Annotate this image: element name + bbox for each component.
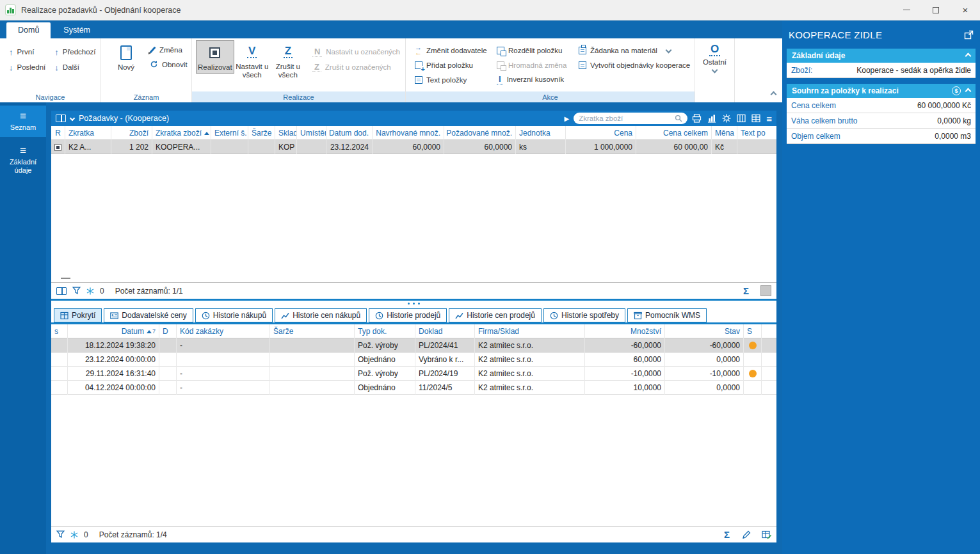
edit-icon[interactable] [742,530,751,539]
refresh-button[interactable]: Obnovit [146,58,191,70]
material-request-button[interactable]: Žádanka na materiál [575,45,703,56]
column-header-zkratka-zbozi[interactable]: Zkratka zboží [152,126,211,140]
table-row[interactable]: K2 A... 1 202 KOOPERA... KOP 23.12.2024 … [51,140,776,154]
search-input[interactable] [579,115,671,122]
column-header-firma[interactable]: Firma/Sklad [475,324,585,338]
collapse-ribbon-button[interactable] [771,90,776,99]
realize-button[interactable]: Realizovat [196,40,234,74]
minimize-button[interactable] [892,0,921,20]
column-header-typ-dok[interactable]: Typ dok. [355,324,415,338]
table-row[interactable]: 29.11.2024 16:31:40 - Pož. výroby PL/202… [51,367,776,381]
status-dot [749,342,757,349]
column-header-zkratka[interactable]: Zkratka [65,126,111,140]
popout-icon[interactable] [964,30,974,40]
search-box[interactable] [574,113,687,124]
sum-icon[interactable]: Σ [724,530,730,539]
tab-historie-cen-nakupu[interactable]: Historie cen nákupů [275,308,367,322]
create-coop-orders-button[interactable]: Vytvořit objednávky kooperace [575,59,703,71]
tab-system[interactable]: Systém [52,22,102,38]
chevron-down-icon [712,67,718,73]
filter-icon[interactable] [56,530,65,539]
filter-arrow-icon[interactable]: ▶ [565,115,570,122]
coin-icon[interactable]: $ [952,86,961,95]
gear-icon[interactable] [722,114,731,123]
table-icon[interactable] [751,114,760,123]
realize-checkbox[interactable] [54,144,61,151]
set-all-button[interactable]: V Nastavit u všech [234,40,270,81]
splitter-handle[interactable] [61,278,70,279]
table-row[interactable]: 18.12.2024 19:38:20 - Pož. výroby PL/202… [51,338,776,352]
add-item-button[interactable]: Přidat položku [411,59,493,71]
column-header-sarze[interactable]: Šarže [270,324,355,338]
column-header-datum[interactable]: Datum7 [68,324,159,338]
table-row[interactable]: 04.12.2024 00:00:00 - Objednáno 11/2024/… [51,381,776,395]
column-header-externi[interactable]: Externí š. [211,126,248,140]
last-button[interactable]: ↓Poslední [5,59,49,75]
column-header-doklad[interactable]: Doklad [415,324,475,338]
maximize-button[interactable] [921,0,951,20]
first-button[interactable]: ↑První [5,44,49,59]
chevron-up-icon[interactable] [965,88,972,94]
column-header-text-pol[interactable]: Text po [737,126,776,140]
edit-table-icon[interactable] [762,530,771,539]
sum-icon[interactable]: Σ [743,286,749,296]
book-icon[interactable] [56,115,66,122]
column-header-s[interactable]: s [51,324,68,338]
panel-splitter[interactable] [51,299,776,306]
column-header-r[interactable]: R [51,126,65,140]
column-header-kod-zakazky[interactable]: Kód zakázky [177,324,270,338]
print-icon[interactable] [692,114,702,123]
chevron-down-icon[interactable] [70,116,75,121]
tab-pokryti[interactable]: Pokrytí [54,308,102,322]
column-header-umisten[interactable]: Umístěn [297,126,326,140]
tab-domu[interactable]: Domů [6,22,51,38]
column-header-s2[interactable]: S [744,324,762,338]
inverse-bom-button[interactable]: IInverzní kusovník [493,73,575,86]
chevron-up-icon[interactable] [965,52,972,59]
change-supplier-button[interactable]: Změnit dodavatele [411,45,493,56]
close-button[interactable]: × [951,0,980,20]
column-header-navrhovane[interactable]: Navrhované množ. [373,126,444,140]
tab-historie-nakupu[interactable]: Historie nákupů [195,308,273,322]
column-header-stav[interactable]: Stav [665,324,744,338]
tab-historie-prodeju[interactable]: Historie prodejů [369,308,447,322]
menu-icon[interactable]: ≡ [766,114,772,123]
previous-button[interactable]: ↑Předchozí [51,44,99,59]
column-header-mnozstvi[interactable]: Množství [585,324,665,338]
freeze-icon[interactable] [86,287,94,295]
view-toggle-icon[interactable] [56,287,67,295]
next-button[interactable]: ↓Další [51,59,99,75]
change-button[interactable]: Změna [146,44,191,56]
tab-historie-spotreby[interactable]: Historie spotřeby [543,308,625,322]
column-header-mena[interactable]: Měna [712,126,737,140]
column-header-sklad[interactable]: Sklad [275,126,297,140]
column-header-datum-dod[interactable]: Datum dod. [326,126,373,140]
tab-dodavatelske-ceny[interactable]: Dodavatelské ceny [104,308,193,322]
sidebar-item-seznam[interactable]: ≡ Seznam [0,106,46,137]
column-header-pozadovane[interactable]: Požadované množ. [444,126,516,140]
column-header-zbozi[interactable]: Zboží [111,126,152,140]
tab-pomocnik-wms[interactable]: Pomocník WMS [627,308,707,322]
section-summary-header[interactable]: Souhrn za položky k realizaci $ [787,84,976,98]
freeze-icon[interactable] [70,531,78,539]
table-row[interactable]: 23.12.2024 00:00:00 Objednáno Vybráno k … [51,352,776,367]
section-basic-header[interactable]: Základní údaje [787,49,976,63]
sidebar-item-zakladni-udaje[interactable]: ≡ Základní údaje [0,140,46,180]
column-header-d[interactable]: D [159,324,177,338]
menu-icon: ≡ [20,145,26,156]
split-item-button[interactable]: Rozdělit položku [493,45,575,56]
cancel-all-button[interactable]: Z Zrušit u všech [270,40,306,81]
columns-icon[interactable] [737,114,746,123]
other-button[interactable]: O Ostatní [697,38,733,72]
column-header-sarze[interactable]: Šarže [248,126,275,140]
tab-historie-cen-prodeju[interactable]: Historie cen prodejů [449,308,542,322]
column-header-jednotka[interactable]: Jednotka [516,126,566,140]
chart-icon[interactable] [707,114,716,123]
new-button[interactable]: Nový [106,41,146,73]
group-label-zaznam: Záznam [101,91,191,102]
column-header-cena-celkem[interactable]: Cena celkem [636,126,712,140]
chevron-down-icon[interactable] [665,47,671,54]
item-text-button[interactable]: Text položky [411,74,493,86]
filter-icon[interactable] [72,287,81,295]
column-header-cena[interactable]: Cena [566,126,636,140]
